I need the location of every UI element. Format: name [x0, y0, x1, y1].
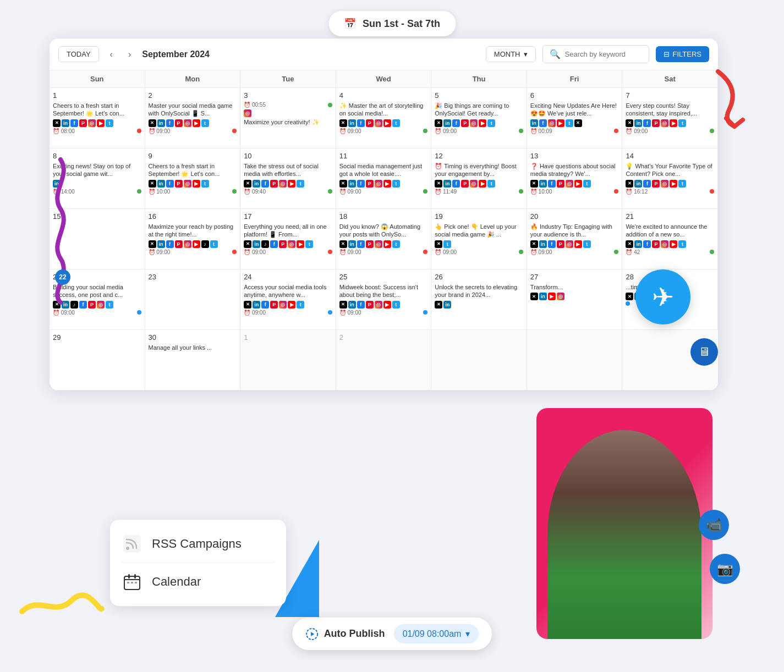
day-cell-23[interactable]: 23 [145, 269, 241, 330]
event-item: Take the stress out of social media with… [244, 162, 332, 195]
auto-publish-time[interactable]: 01/09 08:00am ▾ [394, 624, 479, 643]
day-cell-25[interactable]: 25 Midweek boost: Success isn't about be… [336, 269, 432, 330]
twitter-icon: t [566, 119, 573, 127]
day-cell-1[interactable]: 1 Cheers to a fresh start in September! … [50, 88, 145, 148]
day-header-tue: Tue [240, 70, 336, 88]
pinterest-icon: P [652, 240, 660, 248]
linkedin-icon: in [348, 119, 356, 127]
day-cell-16[interactable]: 16 Maximize your reach by posting at the… [145, 209, 241, 269]
event-time-row: ⏰ 09:00 [339, 189, 428, 195]
day-cell-9[interactable]: 9 Cheers to a fresh start in September! … [145, 148, 241, 209]
day-number: 18 [339, 212, 428, 221]
calendar-item[interactable]: Calendar [121, 563, 275, 601]
youtube-icon: ▶ [297, 240, 304, 248]
instagram-icon: ◎ [470, 180, 478, 188]
date-range-header: 📅 Sun 1st - Sat 7th [328, 11, 456, 36]
x-icon: ✕ [530, 240, 538, 248]
day-cell-21[interactable]: 21 We're excited to announce the additio… [622, 209, 718, 269]
event-text: 👆 Pick one! 👇 Level up your social media… [435, 223, 523, 239]
day-cell-6[interactable]: 6 Exciting New Updates Are Here! 😍🤩 We'v… [527, 88, 623, 148]
day-cell-10[interactable]: 10 Take the stress out of social media w… [240, 148, 336, 209]
search-input[interactable] [565, 50, 642, 58]
event-item: Maximize your reach by posting at the ri… [149, 223, 237, 255]
instagram-icon: ◎ [566, 240, 573, 248]
event-text: Cheers to a fresh start in September! 🌟 … [149, 162, 237, 178]
event-time-row: ⏰ 09:00 [339, 128, 428, 134]
calendar-container: TODAY ‹ › September 2024 MONTH ▾ 🔍 ⊟ FIL… [50, 38, 718, 390]
today-button[interactable]: TODAY [58, 46, 99, 62]
day-cell-7[interactable]: 7 Every step counts! Stay consistent, st… [622, 88, 718, 148]
svg-point-1 [126, 547, 129, 550]
pinterest-icon: P [279, 240, 287, 248]
event-text: Maximize your creativity! ✨ [244, 118, 332, 126]
linkedin-icon: in [634, 119, 642, 127]
prev-month-button[interactable]: ‹ [106, 47, 117, 62]
status-dot [519, 129, 523, 133]
twitter-icon: t [392, 301, 400, 309]
date-range-text: Sun 1st - Sat 7th [363, 18, 440, 30]
day-cell-17[interactable]: 17 Everything you need, all in one platf… [240, 209, 336, 269]
day-cell-oct-1[interactable]: 1 [240, 330, 336, 390]
day-cell-29[interactable]: 29 [50, 330, 145, 390]
day-cell-2[interactable]: 2 Master your social media game with Onl… [145, 88, 241, 148]
day-number: 1 [53, 91, 141, 100]
linkedin-icon: in [443, 119, 451, 127]
event-item: Everything you need, all in one platform… [244, 223, 332, 255]
event-time: ⏰ 09:00 [244, 249, 266, 255]
day-cell-4[interactable]: 4 ✨ Master the art of storytelling on so… [336, 88, 432, 148]
social-icons: ✕ in f P ◎ ▶ t [626, 119, 714, 127]
social-icons: ✕ in f P ◎ ▶ t [339, 301, 428, 309]
instagram-icon: ◎ [184, 119, 191, 127]
day-cell-30[interactable]: 30 Manage all your links ... [145, 330, 241, 390]
event-time: ⏰ 11:49 [435, 189, 457, 195]
view-dropdown[interactable]: MONTH ▾ [486, 46, 536, 62]
day-number: 1 [244, 333, 332, 341]
event-item: 💡 What's Your Favorite Type of Content? … [626, 162, 714, 195]
day-cell-13[interactable]: 13 ❓ Have questions about social media s… [527, 148, 623, 209]
facebook-icon: f [166, 180, 174, 188]
day-cell-27[interactable]: 27 Transform... ✕ in ▶ ◎ [527, 269, 623, 330]
status-dot [137, 189, 141, 194]
event-time-row: ⏰ 09:00 [244, 310, 332, 316]
event-time: ⏰ 09:00 [339, 249, 361, 255]
day-cell-24[interactable]: 24 Access your social media tools anytim… [240, 269, 336, 330]
day-cell-3[interactable]: 3 ⏰ 00:55 ◎ Maximize your creativity! ✨ [240, 88, 336, 148]
event-time-row: ⏰ 42 [626, 249, 714, 255]
instagram-icon: ◎ [470, 119, 478, 127]
rss-campaigns-item[interactable]: RSS Campaigns [121, 525, 275, 563]
youtube-icon: ▶ [670, 180, 677, 188]
video-icon-decoration: 📹 [699, 510, 729, 540]
day-cell-14[interactable]: 14 💡 What's Your Favorite Type of Conten… [622, 148, 718, 209]
day-cell-oct-2[interactable]: 2 [336, 330, 432, 390]
youtube-icon: ▶ [557, 119, 564, 127]
day-number: 20 [530, 212, 619, 221]
day-cell-26[interactable]: 26 Unlock the secrets to elevating your … [431, 269, 527, 330]
search-box: 🔍 [542, 45, 649, 63]
monitor-icon-decoration: 🖥 [690, 338, 718, 366]
day-number: 26 [435, 273, 523, 281]
twitter-icon: t [678, 240, 686, 248]
social-icons: ✕ in ♪ f P ◎ ▶ t [244, 240, 332, 248]
day-cell-11[interactable]: 11 Social media management just got a wh… [336, 148, 432, 209]
event-text: ✨ Master the art of storytelling on soci… [339, 102, 428, 118]
event-time-row: ⏰ 09:00 [339, 310, 428, 316]
instagram-icon: ◎ [566, 180, 573, 188]
social-icons: ✕ in [435, 301, 523, 309]
day-cell-12[interactable]: 12 ⏰ Timing is everything! Boost your en… [431, 148, 527, 209]
filters-label: FILTERS [673, 50, 702, 58]
event-item: ⏰ Timing is everything! Boost your engag… [435, 162, 523, 195]
day-cell-5[interactable]: 5 🎉 Big things are coming to OnlySocial!… [431, 88, 527, 148]
twitter-icon: t [583, 240, 591, 248]
day-cell-18[interactable]: 18 Did you know? 😱 Automating your posts… [336, 209, 432, 269]
linkedin-icon: in [443, 301, 451, 309]
day-cell-empty-2 [527, 330, 623, 390]
event-text: Unlock the secrets to elevating your bra… [435, 283, 523, 299]
status-dot [137, 310, 141, 315]
filters-button[interactable]: ⊟ FILTERS [656, 46, 710, 62]
day-cell-19[interactable]: 19 👆 Pick one! 👇 Level up your social me… [431, 209, 527, 269]
day-cell-20[interactable]: 20 🔥 Industry Tip: Engaging with your au… [527, 209, 623, 269]
next-month-button[interactable]: › [124, 47, 135, 62]
video-icon: 📹 [706, 517, 722, 533]
twitter-icon: t [392, 180, 400, 188]
event-text: 🎉 Big things are coming to OnlySocial! G… [435, 102, 523, 118]
